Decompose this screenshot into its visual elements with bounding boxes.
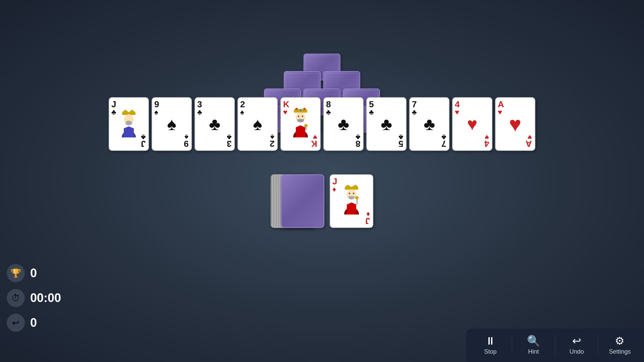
- svg-point-23: [355, 196, 359, 199]
- svg-point-20: [353, 193, 354, 194]
- toolbar-divider-1: [512, 335, 512, 355]
- svg-point-21: [348, 196, 355, 199]
- svg-point-13: [297, 119, 304, 122]
- svg-rect-15: [306, 126, 307, 130]
- face-card-8c[interactable]: 8 ♣ ♣ 8 ♣: [323, 97, 364, 151]
- toolbar-divider-3: [598, 335, 598, 355]
- timer-row: ⏱ 00:00: [7, 289, 61, 307]
- waste-pile[interactable]: J ♦ J ♦: [330, 174, 373, 228]
- svg-point-7: [296, 108, 298, 110]
- svg-point-12: [302, 116, 303, 117]
- stop-label: Stop: [484, 348, 496, 355]
- svg-marker-17: [345, 185, 358, 187]
- face-card-5c[interactable]: 5 ♣ ♣ 5 ♣: [366, 97, 407, 151]
- search-icon: 🔍: [527, 336, 540, 346]
- moves-value: 0: [30, 316, 37, 330]
- hint-label: Hint: [528, 348, 539, 355]
- svg-point-9: [304, 108, 306, 110]
- stop-button[interactable]: ⏸ Stop: [477, 336, 504, 355]
- settings-button[interactable]: ⚙ Settings: [606, 336, 633, 355]
- time-value: 00:00: [30, 291, 61, 305]
- svg-rect-16: [345, 187, 358, 190]
- hint-button[interactable]: 🔍 Hint: [520, 336, 547, 355]
- undo-button[interactable]: ↩ Undo: [563, 336, 590, 355]
- face-card-4h[interactable]: 4 ♥ ♥ 4 ♥: [452, 97, 492, 151]
- score-row: 🏆 0: [7, 264, 61, 282]
- face-card-kh[interactable]: K ♥: [280, 97, 321, 151]
- settings-label: Settings: [609, 348, 631, 355]
- gear-icon: ⚙: [615, 336, 625, 346]
- moves-row: ↩ 0: [7, 314, 61, 332]
- timer-icon: ⏱: [7, 289, 25, 307]
- svg-marker-2: [122, 110, 136, 112]
- undo-icon: ↩: [572, 336, 581, 346]
- face-card-jc[interactable]: J ♣ J ♣: [109, 97, 149, 151]
- stock-area: J ♦ J ♦: [271, 174, 373, 228]
- face-card-9s[interactable]: 9 ♠ ♠ 9 ♠: [152, 97, 192, 151]
- stock-pile-top-card: [281, 174, 324, 228]
- undo-label: Undo: [570, 348, 584, 355]
- face-card-3c[interactable]: 3 ♣ ♣ 3 ♣: [195, 97, 235, 151]
- svg-point-8: [300, 109, 302, 111]
- moves-icon: ↩: [7, 314, 25, 332]
- toolbar: ⏸ Stop 🔍 Hint ↩ Undo ⚙ Settings: [466, 328, 644, 362]
- face-card-ah[interactable]: A ♥ ♥ A ♥: [495, 97, 535, 151]
- face-card-2s[interactable]: 2 ♠ ♠ 2 ♠: [237, 97, 278, 151]
- trophy-icon: 🏆: [7, 264, 25, 282]
- pause-icon: ⏸: [485, 336, 496, 346]
- face-card-row: J ♣ J ♣ 9 ♠ ♠ 9 ♠ 3: [109, 97, 535, 151]
- stock-pile[interactable]: [271, 174, 324, 228]
- svg-point-19: [349, 193, 350, 194]
- face-card-7c[interactable]: 7 ♣ ♣ 7 ♣: [409, 97, 449, 151]
- score-value: 0: [30, 266, 37, 280]
- svg-point-11: [298, 116, 299, 117]
- toolbar-divider-2: [555, 335, 555, 355]
- stats-area: 🏆 0 ⏱ 00:00 ↩ 0: [7, 264, 61, 332]
- svg-point-4: [125, 121, 132, 125]
